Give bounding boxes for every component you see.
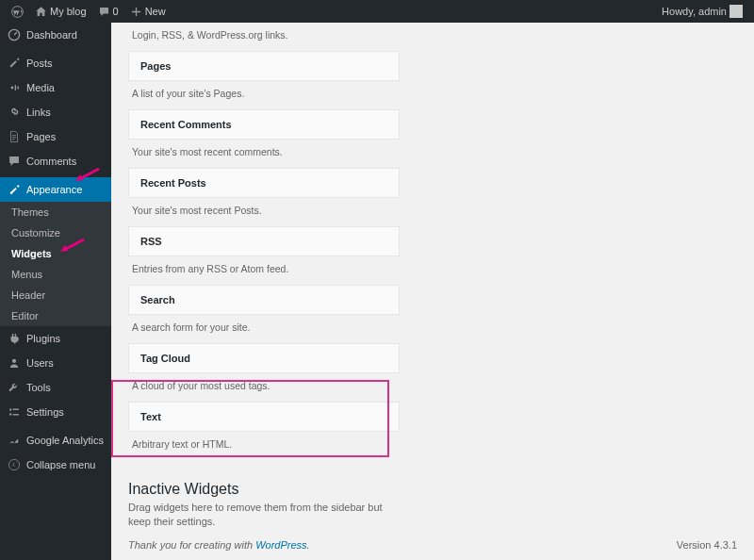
widget-description: Login, RSS, & WordPress.org links.: [128, 23, 400, 51]
sidebar-item-label: Links: [26, 107, 51, 118]
sidebar-item-tools[interactable]: Tools: [0, 375, 111, 400]
my-account[interactable]: Howdy, admin: [658, 5, 746, 18]
svg-rect-7: [13, 414, 19, 415]
sidebar-item-label: Posts: [26, 58, 53, 69]
admin-footer: Thank you for creating with WordPress. V…: [111, 530, 754, 560]
widget-description: Arbitrary text or HTML.: [128, 432, 400, 460]
main-content: Login, RSS, & WordPress.org links. Pages…: [111, 23, 754, 560]
svg-rect-5: [13, 409, 19, 410]
widget-description: Entries from any RSS or Atom feed.: [128, 256, 400, 285]
sub-item-themes[interactable]: Themes: [0, 202, 111, 222]
sub-item-customize[interactable]: Customize: [0, 222, 111, 243]
available-widgets: Login, RSS, & WordPress.org links. Pages…: [128, 23, 400, 460]
svg-point-3: [12, 359, 16, 363]
new-content[interactable]: New: [126, 6, 170, 18]
widget-tag-cloud[interactable]: Tag Cloud: [128, 343, 400, 373]
svg-rect-6: [9, 413, 11, 415]
sidebar-item-label: Media: [26, 82, 55, 93]
sidebar-item-label: Tools: [26, 382, 51, 393]
widget-description: A cloud of your most used tags.: [128, 373, 400, 402]
inactive-widgets: Inactive Widgets Drag widgets here to re…: [128, 481, 392, 530]
comments-count: 0: [113, 6, 119, 17]
sub-item-menus[interactable]: Menus: [0, 264, 111, 285]
sub-item-widgets[interactable]: Widgets: [0, 243, 111, 264]
admin-sidebar: Dashboard Posts Media Links Pages Commen…: [0, 23, 111, 560]
widget-pages[interactable]: Pages: [128, 51, 400, 81]
svg-point-2: [11, 87, 14, 90]
footer-version: Version 4.3.1: [677, 539, 737, 551]
sidebar-item-settings[interactable]: Settings: [0, 400, 111, 424]
new-label: New: [145, 6, 166, 17]
collapse-menu[interactable]: Collapse menu: [0, 453, 111, 477]
svg-rect-4: [9, 409, 11, 411]
sub-item-header[interactable]: Header: [0, 285, 111, 305]
wp-logo[interactable]: [8, 6, 27, 18]
sidebar-item-label: Users: [26, 357, 54, 369]
sidebar-item-links[interactable]: Links: [0, 100, 111, 124]
widget-text[interactable]: Text: [128, 402, 400, 432]
sidebar-item-media[interactable]: Media: [0, 75, 111, 100]
wordpress-link[interactable]: WordPress: [255, 539, 306, 551]
sidebar-item-label: Appearance: [26, 184, 82, 195]
sidebar-item-label: Settings: [26, 406, 64, 418]
sidebar-item-analytics[interactable]: Google Analytics: [0, 428, 111, 453]
sidebar-item-appearance[interactable]: Appearance: [0, 177, 111, 202]
svg-point-8: [8, 459, 19, 469]
inactive-help: Drag widgets here to remove them from th…: [128, 501, 392, 530]
sub-item-editor[interactable]: Editor: [0, 305, 111, 326]
appearance-submenu: Themes Customize Widgets Menus Header Ed…: [0, 202, 111, 326]
avatar: [729, 5, 743, 18]
sidebar-item-label: Comments: [26, 156, 76, 167]
widget-recent-posts[interactable]: Recent Posts: [128, 168, 400, 198]
sidebar-item-dashboard[interactable]: Dashboard: [0, 23, 111, 47]
site-link[interactable]: My blog: [31, 6, 90, 18]
sidebar-item-users[interactable]: Users: [0, 351, 111, 375]
footer-thanks: Thank you for creating with WordPress.: [128, 539, 310, 551]
sidebar-item-plugins[interactable]: Plugins: [0, 326, 111, 351]
widget-description: A search form for your site.: [128, 315, 400, 343]
sidebar-item-comments[interactable]: Comments: [0, 149, 111, 173]
greeting: Howdy, admin: [662, 6, 727, 17]
widget-description: Your site's most recent Posts.: [128, 198, 400, 226]
sidebar-item-posts[interactable]: Posts: [0, 51, 111, 75]
widget-recent-comments[interactable]: Recent Comments: [128, 109, 400, 140]
sidebar-item-pages[interactable]: Pages: [0, 124, 111, 149]
widget-description: Your site's most recent comments.: [128, 140, 400, 168]
sidebar-item-label: Dashboard: [26, 29, 77, 41]
sidebar-item-label: Pages: [26, 131, 56, 142]
site-name: My blog: [50, 6, 87, 17]
sidebar-item-label: Collapse menu: [26, 459, 95, 470]
admin-toolbar: My blog 0 New Howdy, admin: [0, 0, 754, 23]
widget-description: A list of your site's Pages.: [128, 81, 400, 109]
comments-link[interactable]: 0: [94, 6, 123, 18]
widget-rss[interactable]: RSS: [128, 226, 400, 256]
sidebar-item-label: Plugins: [26, 333, 60, 344]
sidebar-item-label: Google Analytics: [26, 435, 104, 446]
inactive-heading: Inactive Widgets: [128, 481, 392, 498]
widget-search[interactable]: Search: [128, 285, 400, 315]
